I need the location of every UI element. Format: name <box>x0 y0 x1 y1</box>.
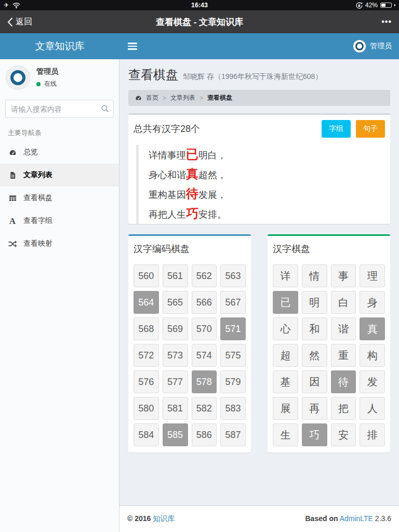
code-cell[interactable]: 563 <box>220 264 246 287</box>
user-avatar <box>353 40 366 52</box>
char-cell[interactable]: 事 <box>331 264 356 287</box>
code-cell[interactable]: 569 <box>163 317 188 340</box>
online-label: 在线 <box>44 79 57 88</box>
poem-highlight-char: 巧 <box>186 206 198 220</box>
summary-box-header: 总共有汉字28个 字组句子 <box>128 115 390 143</box>
code-cell[interactable]: 562 <box>192 264 217 287</box>
summary-box: 总共有汉字28个 字组句子 详情事理已明白，身心和谐真超然，重构基因待发展，再把… <box>128 113 390 224</box>
char-cell[interactable]: 安 <box>331 423 356 446</box>
char-cell[interactable]: 然 <box>302 344 327 367</box>
back-button[interactable]: 返回 <box>7 17 32 28</box>
code-cell[interactable]: 575 <box>220 344 246 367</box>
code-cell[interactable]: 560 <box>134 264 159 287</box>
code-cell[interactable]: 576 <box>134 370 159 393</box>
breadcrumb-item[interactable]: 文章列表 <box>170 94 195 102</box>
sidebar-item-5[interactable]: 查看映射 <box>0 232 119 255</box>
ios-status-bar: ✈ 16:43 42% <box>0 0 399 10</box>
code-cell[interactable]: 586 <box>192 423 217 446</box>
more-ellipsis-icon[interactable]: ••• <box>381 17 392 26</box>
header-user-menu[interactable]: 管理员 <box>353 40 399 52</box>
code-cell[interactable]: 583 <box>220 397 246 420</box>
file-icon <box>8 171 17 179</box>
breadcrumb-item[interactable]: 首页 <box>134 94 158 102</box>
code-cell[interactable]: 579 <box>220 370 246 393</box>
code-cell[interactable]: 573 <box>163 344 188 367</box>
char-cell[interactable]: 重 <box>331 344 356 367</box>
code-cell[interactable]: 570 <box>192 317 217 340</box>
char-cell[interactable]: 情 <box>302 264 327 287</box>
site-link[interactable]: 知识库 <box>153 514 175 523</box>
breadcrumb-separator: > <box>200 95 203 102</box>
word-group-button[interactable]: 字组 <box>322 120 351 138</box>
code-cell[interactable]: 580 <box>134 397 159 420</box>
sentence-button[interactable]: 句子 <box>356 120 385 138</box>
shell: 管理员 在线 主要导航条 总览文章列表查看棋盘A查看字组查看映射 查看棋盘 邹晓 <box>0 59 399 532</box>
user-status[interactable]: 在线 <box>36 79 58 88</box>
char-cell[interactable]: 基 <box>273 370 298 393</box>
char-board-grid: 详情事理已明白身心和谐真超然重构基因待发展再把人生巧安排 <box>268 260 390 446</box>
user-info: 管理员 在线 <box>36 67 58 88</box>
sidebar-toggle-hamburger-icon[interactable] <box>128 43 137 50</box>
code-cell[interactable]: 572 <box>134 344 159 367</box>
code-cell[interactable]: 577 <box>163 370 188 393</box>
sidebar-item-3[interactable]: 查看棋盘 <box>0 187 119 209</box>
char-cell[interactable]: 待 <box>331 370 356 393</box>
char-cell[interactable]: 生 <box>273 423 298 446</box>
code-cell[interactable]: 566 <box>192 291 217 314</box>
sidebar-item-4[interactable]: A查看字组 <box>0 209 119 232</box>
wifi-icon <box>12 3 20 8</box>
poem-text: 重构基因 <box>149 190 186 200</box>
user-avatar <box>6 66 30 89</box>
back-chevron-icon <box>7 17 13 27</box>
page-title: 查看棋盘 <box>128 66 178 83</box>
char-cell[interactable]: 展 <box>273 397 298 420</box>
char-cell[interactable]: 巧 <box>302 423 327 446</box>
back-label: 返回 <box>16 17 32 28</box>
browser-navbar: 返回 查看棋盘 - 文章知识库 ••• <box>0 10 399 33</box>
char-cell[interactable]: 谐 <box>331 317 356 340</box>
sidebar-item-2[interactable]: 文章列表 <box>0 164 119 187</box>
code-cell[interactable]: 584 <box>134 423 159 446</box>
char-cell[interactable]: 已 <box>273 291 298 314</box>
char-cell[interactable]: 排 <box>360 423 385 446</box>
online-dot-icon <box>36 82 41 86</box>
char-cell[interactable]: 白 <box>331 291 356 314</box>
char-cell[interactable]: 详 <box>273 264 298 287</box>
poem-line: 重构基因待发展， <box>149 184 382 204</box>
summary-title: 总共有汉字28个 <box>134 123 200 135</box>
char-cell[interactable]: 真 <box>360 317 385 340</box>
search-icon[interactable] <box>101 104 109 113</box>
adminlte-link[interactable]: AdminLTE <box>340 514 373 523</box>
dashboard-icon <box>134 95 143 101</box>
code-cell[interactable]: 571 <box>220 317 246 340</box>
sidebar-item-1[interactable]: 总览 <box>0 141 119 164</box>
code-cell[interactable]: 561 <box>163 264 188 287</box>
char-cell[interactable]: 构 <box>360 344 385 367</box>
version-text: 2.3.6 <box>375 514 391 523</box>
char-cell[interactable]: 理 <box>360 264 385 287</box>
char-cell[interactable]: 明 <box>302 291 327 314</box>
code-cell[interactable]: 564 <box>134 291 159 314</box>
code-cell[interactable]: 578 <box>192 370 217 393</box>
code-cell[interactable]: 582 <box>192 397 217 420</box>
brand-logo[interactable]: 文章知识库 <box>0 39 119 53</box>
search-input[interactable] <box>5 100 114 118</box>
char-cell[interactable]: 心 <box>273 317 298 340</box>
code-cell[interactable]: 565 <box>163 291 188 314</box>
code-cell[interactable]: 574 <box>192 344 217 367</box>
code-cell[interactable]: 567 <box>220 291 246 314</box>
code-cell[interactable]: 587 <box>220 423 246 446</box>
status-time: 16:43 <box>71 2 328 9</box>
code-cell[interactable]: 568 <box>134 317 159 340</box>
board-title: 汉字棋盘 <box>273 243 310 255</box>
char-cell[interactable]: 和 <box>302 317 327 340</box>
char-cell[interactable]: 发 <box>360 370 385 393</box>
char-cell[interactable]: 因 <box>302 370 327 393</box>
code-cell[interactable]: 585 <box>163 423 188 446</box>
char-cell[interactable]: 身 <box>360 291 385 314</box>
char-cell[interactable]: 把 <box>331 397 356 420</box>
code-cell[interactable]: 581 <box>163 397 188 420</box>
char-cell[interactable]: 人 <box>360 397 385 420</box>
char-cell[interactable]: 再 <box>302 397 327 420</box>
char-cell[interactable]: 超 <box>273 344 298 367</box>
